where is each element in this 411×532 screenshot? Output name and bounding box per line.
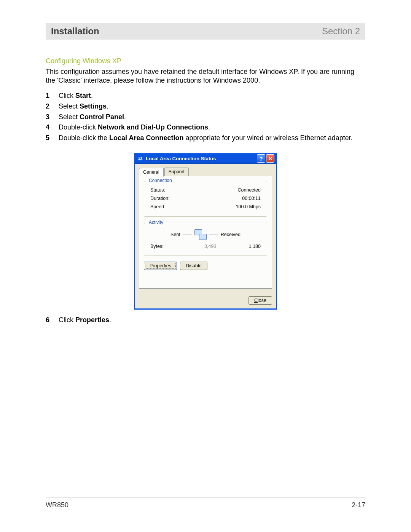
connector-line: —— — [209, 232, 218, 237]
step-number: 6 — [46, 315, 53, 326]
steps-list: 1 Click Start. 2 Select Settings. 3 Sele… — [46, 91, 365, 144]
tab-general[interactable]: General — [139, 168, 164, 177]
step-3: 3 Select Control Panel. — [46, 112, 365, 123]
tab-strip: General Support — [139, 168, 272, 177]
close-button[interactable]: Close — [249, 296, 272, 305]
speed-label: Speed: — [150, 204, 166, 209]
step-1: 1 Click Start. — [46, 91, 365, 101]
group-legend: Connection — [147, 178, 174, 183]
group-connection: Connection Status: Connected Duration: 0… — [144, 181, 267, 217]
duration-label: Duration: — [150, 196, 170, 201]
group-activity: Activity Sent —— —— Received Bytes: 3,49… — [144, 223, 267, 256]
dialog-footer: Close — [135, 292, 276, 308]
step-text: Select Settings. — [59, 101, 365, 112]
connector-line: —— — [183, 232, 192, 237]
step-text: Click Properties. — [59, 315, 365, 326]
tab-support[interactable]: Support — [164, 168, 189, 176]
step-5: 5 Double-click the Local Area Connection… — [46, 133, 365, 144]
page-footer: WR850 2-17 — [46, 497, 365, 509]
step-number: 2 — [46, 101, 53, 112]
section-label: Section 2 — [322, 26, 360, 37]
step-text: Double-click Network and Dial-Up Connect… — [59, 122, 365, 133]
page-header: Installation Section 2 — [46, 23, 365, 40]
bytes-sent: 3,493 — [187, 244, 224, 249]
subheading: Configuring Windows XP — [46, 57, 365, 65]
step-number: 5 — [46, 133, 53, 144]
button-row: Properties Disable — [144, 262, 267, 270]
step-number: 1 — [46, 91, 53, 101]
step-text: Click Start. — [59, 91, 365, 101]
help-button[interactable]: ? — [257, 154, 265, 163]
group-legend: Activity — [147, 220, 165, 225]
network-icon: ⇄ — [137, 155, 143, 161]
close-icon[interactable]: ✕ — [266, 154, 274, 163]
status-label: Status: — [150, 187, 165, 193]
sent-label: Sent — [170, 232, 180, 237]
step-text: Double-click the Local Area Connection a… — [59, 133, 365, 144]
screenshot-figure: ⇄ Local Area Connection Status ? ✕ Gener… — [46, 153, 365, 310]
xp-titlebar[interactable]: ⇄ Local Area Connection Status ? ✕ — [135, 153, 276, 164]
received-label: Received — [221, 232, 241, 237]
steps-list-continued: 6 Click Properties. — [46, 315, 365, 326]
speed-value: 100.0 Mbps — [236, 204, 261, 209]
activity-icon — [194, 229, 207, 240]
bytes-received: 1,180 — [224, 244, 261, 249]
footer-model: WR850 — [46, 501, 68, 509]
step-number: 4 — [46, 122, 53, 133]
page-title: Installation — [51, 26, 99, 37]
step-6: 6 Click Properties. — [46, 315, 365, 326]
step-text: Select Control Panel. — [59, 112, 365, 123]
status-value: Connected — [238, 187, 261, 193]
duration-value: 00:00:11 — [242, 196, 261, 201]
step-2: 2 Select Settings. — [46, 101, 365, 112]
step-4: 4 Double-click Network and Dial-Up Conne… — [46, 122, 365, 133]
bytes-label: Bytes: — [150, 244, 187, 249]
dialog-title: Local Area Connection Status — [146, 156, 257, 161]
tab-panel-general: Connection Status: Connected Duration: 0… — [139, 176, 272, 289]
properties-button[interactable]: Properties — [144, 262, 177, 270]
footer-page-number: 2-17 — [352, 501, 365, 509]
intro-paragraph: This configuration assumes you have reta… — [46, 67, 365, 85]
disable-button[interactable]: Disable — [180, 262, 207, 270]
xp-dialog: ⇄ Local Area Connection Status ? ✕ Gener… — [134, 153, 277, 310]
step-number: 3 — [46, 112, 53, 123]
